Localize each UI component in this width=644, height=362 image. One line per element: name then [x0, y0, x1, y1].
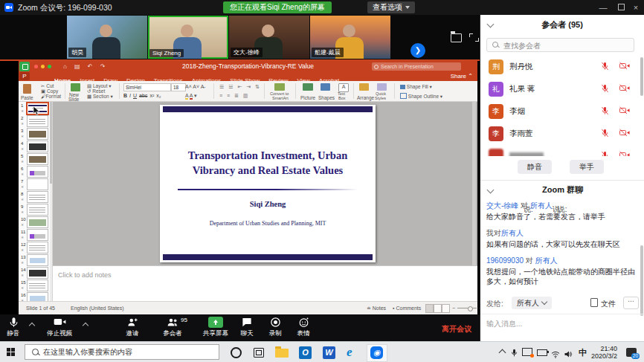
align-icons[interactable]: ≡ ≡ ≣ ▥	[219, 93, 249, 99]
chevron-up-icon[interactable]	[29, 323, 35, 329]
picture-icon[interactable]	[303, 83, 313, 91]
normal-view-button[interactable]	[425, 304, 434, 313]
tray-expand-icon[interactable]	[499, 349, 506, 357]
speaker-icon[interactable]	[564, 348, 573, 361]
font-name-select[interactable]: SimHei	[123, 83, 171, 91]
participant-row[interactable]: 礼礼果 蒋	[480, 78, 640, 100]
shape-fill-button[interactable]: Shape Fill ▾	[400, 84, 432, 90]
clock[interactable]: 21:40 2020/3/2	[590, 345, 617, 360]
paste-label[interactable]: Paste	[21, 95, 33, 100]
slideshow-view-button[interactable]	[442, 304, 450, 313]
format-icon-1[interactable]: I	[129, 93, 131, 98]
outlook-icon[interactable]: O	[296, 345, 315, 361]
shapes-icon[interactable]	[321, 83, 330, 91]
participants-scrollbar[interactable]	[640, 56, 643, 160]
sorter-view-button[interactable]	[434, 304, 442, 313]
thumbnail-preview[interactable]	[27, 229, 48, 241]
format-icon-4[interactable]: x²	[149, 93, 154, 98]
ppt-share-button[interactable]: Share ⌃	[451, 72, 473, 81]
leave-meeting-button[interactable]: 离开会议	[442, 324, 471, 334]
format-icon-3[interactable]: abc	[139, 93, 147, 98]
zoom-taskbar-icon[interactable]: ◉	[367, 345, 387, 361]
grow-shrink-font-icons[interactable]: A˄ A˅ A̶	[185, 84, 204, 89]
chevron-up-icon[interactable]	[83, 323, 88, 329]
thumbnail-preview[interactable]	[27, 204, 48, 216]
toolbar-chat-button[interactable]: 聊天	[232, 317, 262, 338]
participant-row[interactable]: 荆荆丹悦	[480, 56, 640, 78]
list-indent-icons[interactable]: ☰ ☱ ⇤ ⇥ ⇅	[219, 84, 261, 90]
ime-indicator[interactable]: 中	[579, 347, 587, 358]
slide-thumbnail[interactable]: 10∗	[19, 216, 52, 228]
text-color-icons[interactable]: A A ▾	[185, 93, 197, 99]
format-button[interactable]: 🖌Format	[41, 94, 61, 99]
section-button[interactable]: ▦ Section ▾	[87, 94, 113, 100]
participants-search[interactable]: 查找参会者	[486, 38, 634, 52]
send-file-button[interactable]: 文件	[590, 298, 616, 309]
thumbnail-preview[interactable]	[27, 216, 48, 228]
fullscreen-icon[interactable]	[469, 33, 479, 41]
smartart-icon[interactable]	[274, 83, 285, 91]
video-tile[interactable]: 胡昊	[67, 16, 147, 59]
slide-thumbnail[interactable]: 15∗	[19, 279, 52, 291]
slide-thumbnail[interactable]: 7∗	[19, 178, 52, 190]
slide-thumbnail[interactable]: 2∗	[19, 114, 52, 127]
slide-thumbnail[interactable]: 11∗	[19, 228, 52, 241]
start-button[interactable]	[7, 348, 16, 357]
new-slide-icon[interactable]	[71, 83, 80, 91]
arrange-icon[interactable]	[359, 83, 369, 91]
notification-center-icon[interactable]: 20	[626, 348, 637, 357]
tray-mic-icon[interactable]	[511, 347, 518, 361]
participant-row[interactable]: 李李雨萱	[480, 123, 640, 145]
thumbnail-preview[interactable]	[27, 191, 48, 203]
slide-thumbnail[interactable]: 3∗	[19, 127, 52, 140]
quick-styles-icon[interactable]	[377, 83, 387, 91]
slide-thumbnail[interactable]: 5∗	[19, 152, 52, 165]
thumbnail-preview[interactable]	[27, 140, 48, 152]
video-tile[interactable]: 船建-戴晨	[310, 16, 390, 59]
thumbnail-preview[interactable]	[27, 178, 48, 190]
word-icon[interactable]: W	[320, 345, 339, 361]
send-to-select[interactable]: 所有人	[512, 297, 552, 309]
format-icon-5[interactable]: x₂	[156, 93, 161, 98]
toolbar-camera-button[interactable]: 停止视频	[39, 317, 80, 338]
battery-icon[interactable]	[537, 349, 547, 356]
toolbar-mic-button[interactable]: 静音	[0, 317, 27, 338]
toolbar-record-button[interactable]: 录制	[260, 317, 290, 338]
thumbnail-preview[interactable]	[27, 242, 48, 253]
mute-me-button[interactable]: 静音	[518, 160, 552, 174]
gallery-view-icon[interactable]	[451, 33, 462, 42]
thumbnail-preview[interactable]	[27, 115, 48, 127]
format-icon-2[interactable]: U	[133, 93, 137, 98]
minimize-button[interactable]: —	[595, 0, 611, 15]
toolbar-emoji-button[interactable]: 表情	[289, 317, 318, 338]
taskbar-search[interactable]: 在这里输入你要搜索的内容	[25, 344, 219, 360]
format-icon-0[interactable]: B	[123, 93, 127, 98]
edge-icon[interactable]: e	[344, 345, 363, 361]
zoom-slider[interactable]	[457, 308, 477, 308]
slide-thumbnail[interactable]: 9∗	[19, 203, 52, 216]
wifi-icon[interactable]	[551, 348, 560, 361]
slide-thumbnail[interactable]: 4∗	[19, 140, 52, 152]
thumbnail-preview[interactable]	[27, 267, 48, 279]
zoom-out-icon[interactable]: −	[452, 306, 455, 311]
thumbnail-preview[interactable]	[27, 153, 48, 165]
shape-outline-button[interactable]: Shape Outline ▾	[400, 93, 442, 100]
comments-toggle[interactable]: ▪ Comments	[393, 306, 421, 311]
chat-more-button[interactable]: ⋯	[623, 297, 639, 309]
slide-scrollbar[interactable]	[472, 102, 476, 265]
current-slide[interactable]: Transportation Investment, UrbanVibrancy…	[160, 105, 376, 262]
participant-row[interactable]	[480, 145, 640, 156]
slide-thumbnail[interactable]: 12∗	[19, 241, 52, 253]
ppt-search-box[interactable]: Search in Presentation	[372, 62, 461, 71]
close-button[interactable]: ×	[628, 0, 644, 15]
font-format-buttons[interactable]: BIUabcx²x₂	[123, 93, 163, 98]
raise-hand-button[interactable]: 举手	[570, 160, 604, 174]
font-size-select[interactable]: 18	[171, 83, 186, 91]
chat-input[interactable]: 输入消息...	[480, 314, 644, 342]
slide-thumbnail[interactable]: 8∗	[19, 190, 52, 203]
view-options-button[interactable]: 查看选项	[367, 1, 415, 13]
thumbnail-preview[interactable]	[27, 254, 48, 266]
maximize-button[interactable]	[613, 0, 629, 15]
thumbnail-scrollbar[interactable]	[50, 102, 52, 303]
paste-icon[interactable]	[23, 84, 31, 94]
